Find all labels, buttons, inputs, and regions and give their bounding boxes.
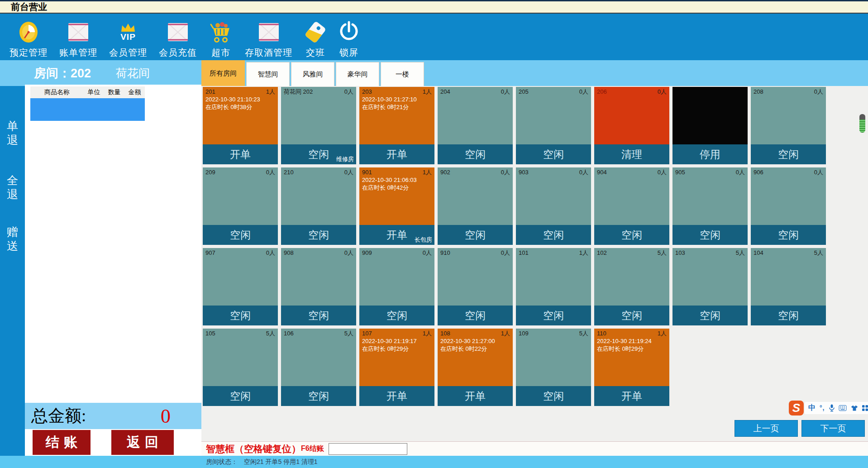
room-status-footer: 空闲 <box>516 386 591 406</box>
apps-icon[interactable] <box>862 405 868 411</box>
room-stay-duration: 在店时长 0时42分 <box>362 184 432 191</box>
room-cell-101[interactable]: 1011人空闲 <box>516 248 591 325</box>
room-cell-body: 2090人 <box>203 167 278 225</box>
room-status-label: 空闲 <box>230 228 251 242</box>
ime-toolbar: S 中°, <box>789 400 868 415</box>
room-status-footer: 开单 <box>438 386 513 406</box>
next-page-button[interactable]: 下一页 <box>801 420 865 437</box>
room-status-footer: 开单 <box>594 386 669 406</box>
vertical-scrollbar-thumb[interactable] <box>859 114 865 133</box>
room-cell-905[interactable]: 9050人空闲 <box>672 167 748 245</box>
room-cell-209[interactable]: 2090人空闲 <box>203 167 278 245</box>
room-cell-205[interactable]: 2050人空闲 <box>516 87 591 164</box>
room-status-footer: 空闲 <box>281 225 356 245</box>
toolbar-item-vip[interactable]: VIP会员管理 <box>103 14 153 58</box>
room-cell-909[interactable]: 9090人空闲 <box>359 248 434 325</box>
room-cell-body: 2040人 <box>438 87 513 144</box>
room-cell-105[interactable]: 1055人空闲 <box>203 329 278 406</box>
room-status-label: 开单 <box>230 148 251 162</box>
punct-icon[interactable]: °, <box>820 404 825 411</box>
room-cell-body: 1095人 <box>516 329 591 386</box>
room-number: 902 <box>440 169 450 176</box>
tab-0[interactable]: 所有房间 <box>201 60 245 86</box>
side-action-2[interactable]: 赠 送 <box>0 225 25 253</box>
toolbar-item-recharge[interactable]: 会员充值 <box>153 14 203 58</box>
checkout-button[interactable]: 结账 <box>33 430 91 455</box>
room-status-footer: 空闲 <box>281 386 356 406</box>
room-status-label: 空闲 <box>465 228 486 242</box>
side-action-0[interactable]: 单 退 <box>0 119 25 147</box>
side-action-1[interactable]: 全 退 <box>0 173 25 201</box>
room-cell-108[interactable]: 1081人2022-10-30 21:27:00在店时长 0时22分开单 <box>438 329 513 406</box>
back-button[interactable]: 返回 <box>111 430 174 455</box>
keyboard-icon[interactable] <box>839 405 847 411</box>
room-cell-disabled[interactable]: 停用 <box>672 87 748 164</box>
room-status-footer: 开单 <box>203 144 278 164</box>
room-cell-203[interactable]: 2031人2022-10-30 21:27:10在店时长 0时21分开单 <box>359 87 434 164</box>
room-cell-908[interactable]: 9080人空闲 <box>281 248 356 325</box>
room-status-label: 空闲 <box>308 389 329 403</box>
room-stay-duration: 在店时长 0时29分 <box>362 345 432 353</box>
room-cell-204[interactable]: 2040人空闲 <box>438 87 513 164</box>
tab-4[interactable]: 一楼 <box>381 62 424 86</box>
room-cell-102[interactable]: 1025人空闲 <box>594 248 669 325</box>
room-cell-body: 1101人2022-10-30 21:19:24在店时长 0时29分 <box>594 329 669 386</box>
room-cell-103[interactable]: 1035人空闲 <box>672 248 748 325</box>
room-cell-107[interactable]: 1071人2022-10-30 21:19:17在店时长 0时29分开单 <box>359 329 434 406</box>
room-status-footer: 开单长包房 <box>359 225 434 245</box>
toolbar-item-wine-box[interactable]: 存取酒管理 <box>239 14 298 58</box>
subheader-band: 房间：202 荷花间 所有房间智慧间风雅间豪华间一楼 <box>0 60 868 86</box>
room-cell-910[interactable]: 9100人空闲 <box>438 248 513 325</box>
room-cell-110[interactable]: 1101人2022-10-30 21:19:24在店时长 0时29分开单 <box>594 329 669 406</box>
room-status-footer: 空闲 <box>359 306 434 325</box>
toolbar-item-bill[interactable]: 账单管理 <box>53 14 103 58</box>
room-cell-body: 9060人 <box>751 167 826 225</box>
current-room-number: 房间：202 <box>34 65 91 81</box>
room-cell-903[interactable]: 9030人空闲 <box>516 167 591 245</box>
smart-box-input[interactable] <box>329 443 407 455</box>
room-number: 204 <box>440 88 450 96</box>
room-cell-202[interactable]: 荷花间 2020人空闲维修房 <box>281 87 356 164</box>
room-cell-body: 2031人2022-10-30 21:27:10在店时长 0时21分 <box>359 87 434 144</box>
zh-icon[interactable]: 中 <box>808 403 816 413</box>
room-status-footer: 清理 <box>594 144 669 164</box>
prev-page-button[interactable]: 上一页 <box>734 420 798 437</box>
room-cells: 2011人2022-10-30 21:10:23在店时长 0时38分开单荷花间 … <box>201 86 832 409</box>
order-table-selected-row[interactable] <box>30 98 145 121</box>
room-cell-104[interactable]: 1045人空闲 <box>751 248 826 325</box>
tab-2[interactable]: 风雅间 <box>291 62 334 86</box>
room-cell-206[interactable]: 2060人清理 <box>594 87 669 164</box>
room-cell-body: 9050人 <box>672 167 748 225</box>
room-cell-907[interactable]: 9070人空闲 <box>203 248 278 325</box>
room-cell-body: 1011人 <box>516 248 591 306</box>
room-cell-201[interactable]: 2011人2022-10-30 21:10:23在店时长 0时38分开单 <box>203 87 278 164</box>
toolbar-item-clock[interactable]: 预定管理 <box>4 14 53 58</box>
room-cell-902[interactable]: 9020人空闲 <box>438 167 513 245</box>
room-cell-210[interactable]: 2100人空闲 <box>281 167 356 245</box>
room-number: 208 <box>754 88 763 96</box>
toolbar-item-power[interactable]: 锁屏 <box>333 14 365 58</box>
skin-icon[interactable] <box>851 405 858 411</box>
toolbar-item-label: 超市 <box>211 47 230 58</box>
room-checkin-time: 2022-10-30 21:06:03 <box>362 176 432 184</box>
room-status-label: 开单 <box>386 148 407 162</box>
room-cell-208[interactable]: 2080人空闲 <box>751 87 826 164</box>
room-cell-904[interactable]: 9040人空闲 <box>594 167 669 245</box>
tab-1[interactable]: 智慧间 <box>246 62 290 86</box>
room-cell-906[interactable]: 9060人空闲 <box>751 167 826 245</box>
room-checkin-time: 2022-10-30 21:10:23 <box>205 96 275 103</box>
room-cell-109[interactable]: 1095人空闲 <box>516 329 591 406</box>
toolbar-item-tag[interactable]: 交班 <box>298 14 333 58</box>
room-person-count: 5人 <box>266 330 275 337</box>
tab-3[interactable]: 豪华间 <box>336 62 379 86</box>
ime-logo-icon[interactable]: S <box>789 401 804 415</box>
room-cell-901[interactable]: 9011人2022-10-30 21:06:03在店时长 0时42分开单长包房 <box>359 167 434 245</box>
room-cell-body: 9080人 <box>281 248 356 306</box>
room-cell-body: 9100人 <box>438 248 513 306</box>
status-bar-counts: 空闲21 开单5 停用1 清理1 <box>244 458 318 466</box>
room-cell-106[interactable]: 1065人空闲 <box>281 329 356 406</box>
room-person-count: 5人 <box>814 249 823 257</box>
toolbar-item-cart[interactable]: 超市 <box>203 14 239 58</box>
mic-icon[interactable] <box>829 404 835 412</box>
room-number: 903 <box>519 169 529 176</box>
